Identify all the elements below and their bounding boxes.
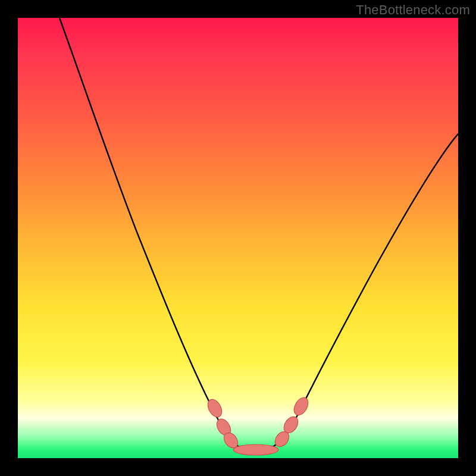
chart-frame: TheBottleneck.com: [0, 0, 476, 476]
right-upper-marker: [291, 395, 311, 418]
chart-svg: [18, 18, 458, 458]
bottleneck-curve-path: [60, 18, 458, 451]
bottom-center-marker: [233, 444, 278, 455]
watermark-text: TheBottleneck.com: [356, 2, 470, 18]
plot-area: [18, 18, 458, 458]
marker-group: [205, 395, 311, 455]
